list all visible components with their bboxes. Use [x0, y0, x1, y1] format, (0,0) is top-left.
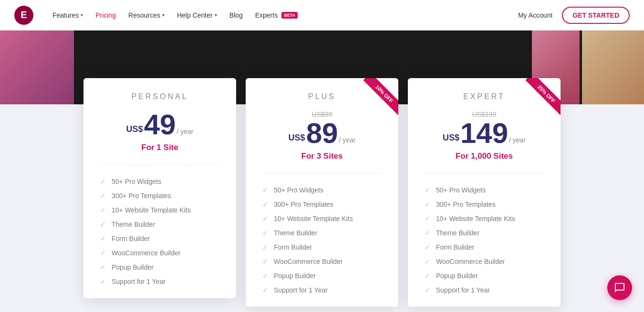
period-plus: / year	[339, 136, 355, 144]
period-expert: / year	[509, 136, 526, 144]
ribbon-expert: 25% OFF	[513, 78, 561, 126]
list-item: ✓50+ Pro Widgets	[100, 174, 219, 189]
list-item: ✓300+ Pro Templates	[425, 197, 544, 211]
plan-card-expert: 25% OFF EXPERT US$199 US$ 149 / year For…	[408, 78, 561, 307]
check-icon: ✓	[425, 229, 430, 237]
list-item: ✓10+ Website Template Kits	[100, 203, 219, 217]
help-chevron-icon: ▾	[215, 12, 217, 18]
divider-personal	[100, 164, 219, 165]
check-icon: ✓	[262, 258, 268, 265]
resources-chevron-icon: ▾	[162, 12, 165, 18]
check-icon: ✓	[100, 235, 106, 242]
list-item: ✓10+ Website Template Kits	[425, 211, 544, 226]
plan-card-personal: PERSONAL US$ 49 / year For 1 Site ✓50+ P…	[83, 78, 236, 298]
price-block-personal: US$ 49 / year	[100, 111, 219, 139]
list-item: ✓Popup Builder	[425, 269, 544, 283]
list-item: ✓Support for 1 Year	[262, 283, 382, 297]
pricing-wrapper: PERSONAL US$ 49 / year For 1 Site ✓50+ P…	[83, 78, 561, 307]
check-icon: ✓	[100, 249, 106, 257]
list-item: ✓50+ Pro Widgets	[425, 183, 544, 197]
check-icon: ✓	[262, 243, 268, 251]
amount-personal: 49	[144, 111, 176, 139]
list-item: ✓Popup Builder	[100, 260, 219, 274]
navigation: E Features ▾ Pricing Resources ▾ Help Ce…	[0, 0, 644, 30]
check-icon: ✓	[425, 186, 430, 194]
check-icon: ✓	[100, 192, 106, 200]
chat-icon	[614, 282, 625, 293]
nav-right: My Account GET STARTED	[518, 7, 630, 24]
divider-plus	[262, 173, 382, 173]
nav-blog[interactable]: Blog	[225, 9, 248, 22]
period-personal: / year	[177, 128, 193, 135]
check-icon: ✓	[425, 243, 430, 251]
ribbon-plus: 10% OFF	[351, 78, 398, 126]
features-plus: ✓50+ Pro Widgets ✓300+ Pro Templates ✓10…	[262, 183, 382, 297]
list-item: ✓Theme Builder	[262, 226, 382, 240]
main-content: PERSONAL US$ 49 / year For 1 Site ✓50+ P…	[0, 30, 644, 312]
check-icon: ✓	[425, 215, 430, 222]
check-icon: ✓	[262, 286, 268, 294]
list-item: ✓50+ Pro Widgets	[262, 183, 382, 197]
amount-expert: 149	[460, 119, 508, 148]
currency-personal: US$	[126, 124, 143, 134]
nav-experts[interactable]: Experts BETA	[250, 9, 302, 22]
logo[interactable]: E	[14, 6, 33, 25]
features-expert: ✓50+ Pro Widgets ✓300+ Pro Templates ✓10…	[425, 183, 544, 297]
nav-links: Features ▾ Pricing Resources ▾ Help Cent…	[48, 9, 518, 22]
nav-pricing[interactable]: Pricing	[91, 9, 121, 22]
chat-button[interactable]	[607, 275, 632, 300]
plan-card-plus: 10% OFF PLUS US$99 US$ 89 / year For 3 S…	[246, 78, 398, 307]
check-icon: ✓	[100, 263, 106, 271]
list-item: ✓WooCommerce Builder	[262, 254, 382, 269]
list-item: ✓Theme Builder	[425, 226, 544, 240]
ribbon-text-expert: 25% OFF	[525, 78, 561, 115]
currency-plus: US$	[289, 133, 305, 143]
divider-expert	[425, 173, 544, 173]
features-chevron-icon: ▾	[81, 12, 83, 18]
check-icon: ✓	[425, 258, 430, 265]
check-icon: ✓	[262, 272, 268, 280]
list-item: ✓Support for 1 Year	[425, 283, 544, 297]
nav-help-center[interactable]: Help Center ▾	[172, 9, 222, 22]
get-started-button[interactable]: GET STARTED	[562, 7, 630, 24]
check-icon: ✓	[100, 206, 106, 214]
nav-features[interactable]: Features ▾	[48, 9, 88, 22]
check-icon: ✓	[425, 272, 430, 280]
list-item: ✓Popup Builder	[262, 269, 382, 283]
list-item: ✓WooCommerce Builder	[425, 254, 544, 269]
list-item: ✓Form Builder	[100, 231, 219, 246]
check-icon: ✓	[100, 221, 106, 228]
features-personal: ✓50+ Pro Widgets ✓300+ Pro Templates ✓10…	[100, 174, 219, 289]
nav-resources[interactable]: Resources ▾	[124, 9, 169, 22]
check-icon: ✓	[262, 215, 268, 222]
plan-name-personal: PERSONAL	[100, 92, 219, 101]
ribbon-text-plus: 10% OFF	[363, 78, 398, 115]
list-item: ✓Support for 1 Year	[100, 274, 219, 289]
list-item: ✓Theme Builder	[100, 217, 219, 231]
sites-plus: For 3 Sites	[262, 151, 382, 161]
currency-expert: US$	[443, 133, 459, 143]
list-item: ✓Form Builder	[425, 240, 544, 254]
sites-expert: For 1,000 Sites	[425, 151, 544, 161]
my-account-link[interactable]: My Account	[518, 11, 552, 19]
check-icon: ✓	[262, 229, 268, 237]
amount-plus: 89	[306, 119, 338, 148]
check-icon: ✓	[262, 186, 268, 194]
list-item: ✓300+ Pro Templates	[262, 197, 382, 211]
list-item: ✓10+ Website Template Kits	[262, 211, 382, 226]
check-icon: ✓	[100, 178, 106, 185]
list-item: ✓300+ Pro Templates	[100, 189, 219, 203]
sites-personal: For 1 Site	[100, 143, 219, 152]
list-item: ✓WooCommerce Builder	[100, 246, 219, 260]
check-icon: ✓	[425, 286, 430, 294]
check-icon: ✓	[262, 201, 268, 208]
check-icon: ✓	[425, 201, 430, 208]
check-icon: ✓	[100, 278, 106, 285]
list-item: ✓Form Builder	[262, 240, 382, 254]
